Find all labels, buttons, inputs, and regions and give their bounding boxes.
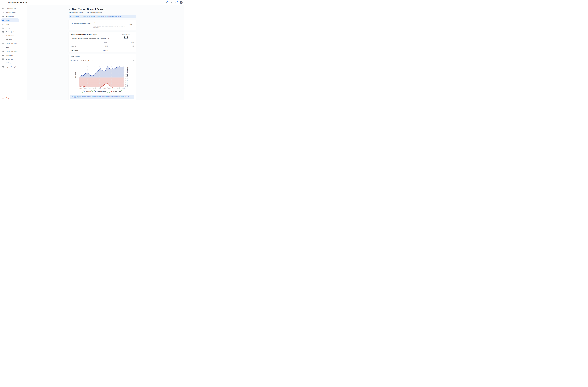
sidebar-item-label: OAuth apps — [6, 54, 13, 56]
usage-card: Over-The-Air Content Delivery usage If y… — [69, 32, 136, 52]
sidebar-item-custom-languages[interactable]: Custom languages — [1, 42, 19, 46]
usage-column-header: Usage — [91, 41, 120, 44]
svg-text:$: $ — [3, 20, 3, 21]
cloud-icon — [2, 54, 4, 56]
sidebar-item-danger-zone[interactable]: Danger zone — [2, 97, 13, 99]
messages-icon[interactable] — [170, 1, 172, 3]
user-gear-icon — [2, 27, 4, 29]
chart-svg: 0.50.40.30.20.10.0$0.1$0.2$0.3$0.4$0.517… — [68, 65, 130, 90]
spellcheck-icon — [2, 35, 4, 37]
distribution-select[interactable]: All distributions (including deleted) — [70, 60, 134, 63]
chart-legend: RequestsData TransferredTransfer Costs — [70, 90, 134, 93]
row-usage: 2.441 GB — [91, 48, 120, 52]
legend-dot — [95, 91, 96, 92]
row-name: Data transfer — [69, 48, 91, 52]
main-area: ← Over-The-Air Content Delivery Here you… — [27, 5, 184, 100]
sidebar-item-label: Security log — [6, 58, 13, 60]
avatar[interactable]: J — [180, 1, 183, 4]
transfer-costs-text: The Transfer Costs graph provides approx… — [74, 95, 133, 98]
usage-chart: 0.50.40.30.20.10.0$0.1$0.2$0.3$0.4$0.517… — [68, 65, 134, 90]
sidebar-item-fields[interactable]: Fields — [1, 46, 19, 49]
chevron-down-icon — [133, 60, 134, 61]
svg-text:0.5: 0.5 — [126, 66, 127, 68]
usage-description: If you have up to 1M requests and 10GB o… — [71, 37, 113, 39]
svg-text:21 aug: 21 aug — [98, 88, 101, 89]
info-icon — [71, 96, 73, 98]
topbar-back-icon[interactable]: ← — [2, 1, 5, 4]
payment-info-text: Payment for OTA usage will be included i… — [73, 16, 121, 17]
legend-label: Requests — [86, 91, 91, 92]
legend-dot — [84, 91, 85, 92]
table-row: Data transfer2.441 GB- — [69, 48, 136, 52]
svg-text:25 aug: 25 aug — [117, 88, 120, 89]
save-button[interactable]: SAVE — [127, 23, 134, 27]
sidebar-item-webhooks[interactable]: Webhooks — [1, 38, 19, 42]
usage-statistics-card: Usage Statistics All distributions (incl… — [69, 54, 136, 100]
sidebar-item-oauth-apps[interactable]: OAuth apps — [1, 53, 19, 57]
legend-label: Transfer Costs — [113, 91, 121, 92]
svg-text:18 aug: 18 aug — [84, 88, 86, 89]
sidebar-item-label: Legal and compliance — [6, 66, 19, 68]
table-row: Requests5 000 000$15 — [69, 44, 136, 48]
page-back-icon[interactable]: ← — [69, 8, 71, 10]
sidebar-item-custom-qa-checks[interactable]: Custom QA checks — [1, 30, 19, 34]
help-icon[interactable]: ? — [175, 1, 177, 3]
globe-icon — [2, 43, 4, 45]
sidebar-item-agents[interactable]: Agents — [1, 26, 19, 30]
app-title: Organization Settings — [7, 1, 27, 3]
svg-text:19 aug: 19 aug — [88, 88, 91, 89]
webhook-icon — [2, 39, 4, 41]
download-icon — [2, 23, 4, 25]
danger-zone-label: Danger zone — [6, 97, 13, 98]
sidebar-item-api-log[interactable]: API Log — [1, 61, 19, 65]
building-icon — [2, 8, 4, 10]
sidebar-item-label: Custom languages — [6, 43, 17, 44]
sidebar-item-organization-info[interactable]: Organization info — [1, 7, 19, 10]
row-price: - — [120, 48, 136, 52]
sidebar-item-legal-and-compliance[interactable]: Legal and compliance — [1, 65, 19, 69]
legend-toggle-requests[interactable]: Requests — [82, 90, 92, 93]
sidebar-item-billing[interactable]: $Billing — [1, 18, 19, 22]
svg-text:0.0: 0.0 — [126, 76, 127, 77]
usage-statistics-title: Usage Statistics — [71, 56, 134, 57]
usage-table: Usage Price Requests5 000 000$15Data tra… — [69, 41, 136, 52]
search-icon[interactable] — [161, 1, 163, 3]
row-usage: 5 000 000 — [91, 44, 120, 48]
list-add-icon — [2, 46, 4, 48]
svg-text:0.4: 0.4 — [126, 68, 127, 69]
distribution-select-value: All distributions (including deleted) — [70, 60, 93, 62]
svg-text:26 aug: 26 aug — [122, 88, 125, 89]
legend-toggle-transfer-costs[interactable]: Transfer Costs — [109, 90, 122, 93]
sidebar-item-label: Billing — [6, 20, 10, 21]
legend-dot — [111, 91, 112, 92]
sidebar-item-account-defaults[interactable]: Account Defaults — [1, 10, 19, 14]
sidebar-item-label: API Log — [6, 62, 10, 64]
sidebar-item-label: Spellcheckers — [6, 35, 14, 37]
top-bar: ← Organization Settings ? J — [0, 0, 184, 5]
legend-toggle-data-transferred[interactable]: Data Transferred — [94, 90, 108, 93]
sidebar-item-security-log[interactable]: Security log — [1, 57, 19, 61]
sidebar-item-spellcheckers[interactable]: Spellcheckers — [1, 34, 19, 38]
sidebar-item-label: Organization info — [6, 8, 16, 9]
svg-text:0.3: 0.3 — [126, 70, 127, 71]
threshold-input[interactable]: 30 — [93, 22, 125, 25]
check-circle-icon — [2, 31, 4, 33]
sidebar-item-authentication[interactable]: Authentication — [1, 14, 19, 18]
threshold-helper: When your daily balance reaches this amo… — [93, 25, 125, 28]
warning-triangle-icon — [2, 97, 4, 99]
sidebar-item-label: Custom QA checks — [6, 31, 17, 33]
sidebar-item-apps[interactable]: Apps — [1, 22, 19, 26]
code-brackets-icon — [2, 50, 4, 52]
transfer-costs-banner: The Transfer Costs graph provides approx… — [70, 95, 134, 99]
usage-heading: Over-The-Air Content Delivery usage — [71, 34, 113, 35]
total-amount-value: $15 — [116, 36, 136, 39]
info-icon — [70, 16, 71, 17]
sidebar-item-custom-placeholders[interactable]: Custom placeholders — [1, 49, 19, 53]
svg-text:?: ? — [176, 2, 176, 3]
svg-text:Transfer Costs | Data transfer: Transfer Costs | Data transferred (GB) — [127, 66, 128, 87]
svg-text:0.1: 0.1 — [126, 74, 127, 75]
row-price: $15 — [120, 44, 136, 48]
notifications-bell-icon[interactable] — [166, 1, 168, 3]
dollar-circle-icon: $ — [2, 19, 4, 21]
page-subtitle: Here you can review you OTA data and req… — [69, 12, 136, 13]
